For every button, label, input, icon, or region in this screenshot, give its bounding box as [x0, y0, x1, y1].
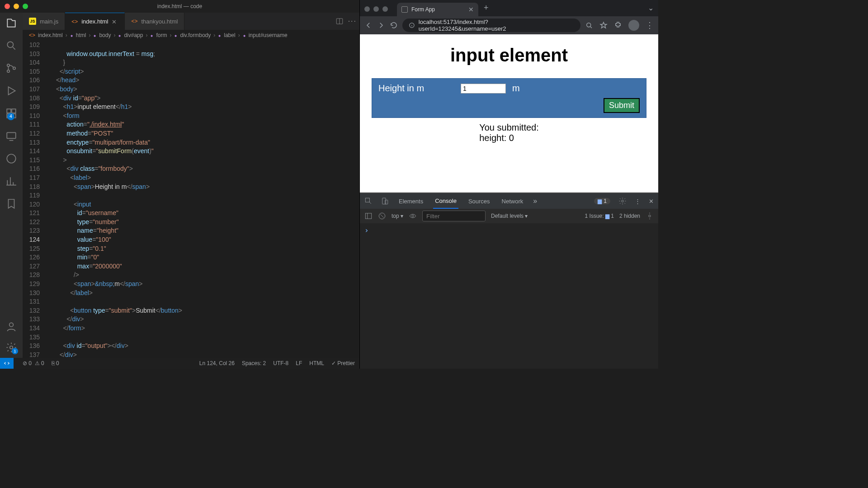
devtools-panel: Elements Console Sources Network » ▆1 ⋮ … [360, 192, 658, 369]
settings-badge: 1 [12, 348, 18, 354]
submit-button[interactable]: Submit [604, 98, 640, 113]
form-body: Height in m m Submit [372, 78, 646, 118]
statusbar: ⊘ 0 ⚠ 0 ⎘ 0 Ln 124, Col 26 Spaces: 2 UTF… [0, 358, 359, 369]
breadcrumb-item[interactable]: form [156, 32, 167, 38]
breadcrumb-item[interactable]: div.formbody [180, 32, 211, 38]
breadcrumb-item[interactable]: index.html [38, 32, 63, 38]
height-input[interactable] [461, 84, 506, 94]
language-mode[interactable]: HTML [309, 360, 324, 366]
element-icon: ⬥ [243, 32, 246, 38]
eol-indicator[interactable]: LF [296, 360, 302, 366]
chevron-down-icon[interactable]: ⌄ [648, 4, 654, 12]
context-selector[interactable]: top ▾ [392, 213, 403, 219]
log-levels-selector[interactable]: Default levels ▾ [491, 213, 528, 219]
svg-rect-4 [7, 109, 11, 113]
devtools-settings-icon[interactable] [618, 197, 627, 205]
svg-point-1 [7, 64, 9, 66]
console-settings-icon[interactable] [646, 212, 654, 220]
sidebar-toggle-icon[interactable] [364, 212, 373, 220]
device-toolbar-icon[interactable] [381, 197, 389, 205]
issues-indicator[interactable]: 1 Issue: ▆ 1 [585, 213, 614, 219]
search-icon[interactable] [5, 40, 17, 52]
breadcrumb-item[interactable]: div#app [124, 32, 143, 38]
errors-indicator[interactable]: ⊘ 0 ⚠ 0 [23, 360, 44, 366]
ports-indicator[interactable]: ⎘ 0 [52, 360, 59, 366]
breadcrumbs[interactable]: <> index.html› ⬥ html› ⬥ body› ⬥ div#app… [23, 30, 359, 41]
breadcrumb-item[interactable]: body [99, 32, 111, 38]
tab-main-js[interactable]: JS main.js [23, 13, 65, 30]
extensions-badge: 4 [7, 113, 14, 120]
close-window-icon[interactable] [364, 6, 370, 12]
fullscreen-window-icon[interactable] [23, 4, 28, 9]
svg-rect-19 [365, 213, 372, 219]
extensions-icon[interactable]: 4 [5, 108, 17, 119]
close-tab-icon[interactable]: ✕ [112, 19, 118, 25]
vscode-window: index.html — code 4 1 [0, 0, 359, 369]
address-bar[interactable]: localhost:5173/index.html?userId=123245&… [402, 19, 580, 32]
explorer-icon[interactable] [5, 17, 17, 29]
code-editor[interactable]: 102103 window.output.innerText = msg;104… [23, 41, 359, 358]
svg-point-21 [412, 215, 414, 217]
inspect-icon[interactable] [364, 197, 373, 205]
tab-label: main.js [40, 18, 58, 25]
bookmark-star-icon[interactable] [599, 21, 608, 29]
new-tab-button[interactable]: + [479, 3, 493, 16]
fullscreen-window-icon[interactable] [382, 6, 388, 12]
remote-explorer-icon[interactable] [5, 130, 17, 142]
element-icon: ⬥ [150, 32, 153, 38]
devtools-menu-icon[interactable]: ⋮ [635, 198, 641, 205]
bookmark-icon[interactable] [5, 198, 17, 210]
devtools-tab-console[interactable]: Console [433, 193, 458, 209]
breadcrumb-item[interactable]: input#username [249, 32, 288, 38]
browser-tab[interactable]: Form App ✕ [397, 3, 478, 16]
more-actions-icon[interactable]: ··· [348, 17, 357, 25]
split-editor-icon[interactable] [335, 17, 344, 25]
chart-icon[interactable] [5, 175, 17, 187]
svg-point-2 [7, 70, 9, 72]
devtools-tab-elements[interactable]: Elements [397, 193, 425, 209]
element-icon: ⬥ [70, 32, 73, 38]
profile-avatar[interactable] [628, 20, 639, 31]
tab-thankyou-html[interactable]: <> thankyou.html [125, 13, 184, 30]
editor-tabbar: JS main.js <> index.html ✕ <> thankyou.h… [23, 13, 359, 30]
forward-icon[interactable] [377, 21, 385, 29]
live-expression-icon[interactable] [409, 212, 417, 220]
reload-icon[interactable] [390, 21, 398, 29]
site-info-icon[interactable] [409, 22, 415, 28]
minimize-window-icon[interactable] [373, 6, 379, 12]
prettier-status[interactable]: ✓ Prettier [331, 360, 355, 366]
remote-indicator[interactable] [0, 358, 14, 369]
source-control-icon[interactable] [5, 62, 17, 74]
run-debug-icon[interactable] [5, 85, 17, 97]
devtools-close-icon[interactable]: ✕ [649, 198, 654, 205]
element-icon: ⬥ [218, 32, 221, 38]
message-count-pill[interactable]: ▆1 [594, 198, 610, 204]
chrome-menu-icon[interactable]: ⋮ [646, 20, 654, 30]
back-icon[interactable] [364, 21, 373, 29]
close-tab-icon[interactable]: ✕ [468, 6, 474, 13]
settings-gear-icon[interactable]: 1 [5, 342, 17, 353]
more-tabs-icon[interactable]: » [533, 197, 537, 205]
devtools-tab-network[interactable]: Network [500, 193, 525, 209]
indent-indicator[interactable]: Spaces: 2 [242, 360, 266, 366]
svg-rect-15 [365, 198, 369, 202]
editor-area: JS main.js <> index.html ✕ <> thankyou.h… [23, 13, 359, 358]
clear-console-icon[interactable] [378, 212, 386, 220]
extensions-puzzle-icon[interactable] [614, 21, 622, 29]
testing-icon[interactable] [5, 153, 17, 164]
zoom-icon[interactable] [585, 21, 593, 29]
svg-point-18 [622, 200, 624, 202]
minimize-window-icon[interactable] [14, 4, 19, 9]
devtools-tab-sources[interactable]: Sources [467, 193, 492, 209]
console-filter-input[interactable] [422, 211, 486, 221]
encoding-indicator[interactable]: UTF-8 [273, 360, 288, 366]
breadcrumb-item[interactable]: html [76, 32, 86, 38]
cursor-position[interactable]: Ln 124, Col 26 [199, 360, 235, 366]
tab-index-html[interactable]: <> index.html ✕ [65, 13, 125, 30]
hidden-messages[interactable]: 2 hidden [619, 213, 640, 219]
close-window-icon[interactable] [5, 4, 10, 9]
breadcrumb-item[interactable]: label [224, 32, 235, 38]
console-body[interactable]: › [360, 223, 658, 369]
accounts-icon[interactable] [5, 321, 17, 333]
svg-point-22 [649, 215, 651, 217]
